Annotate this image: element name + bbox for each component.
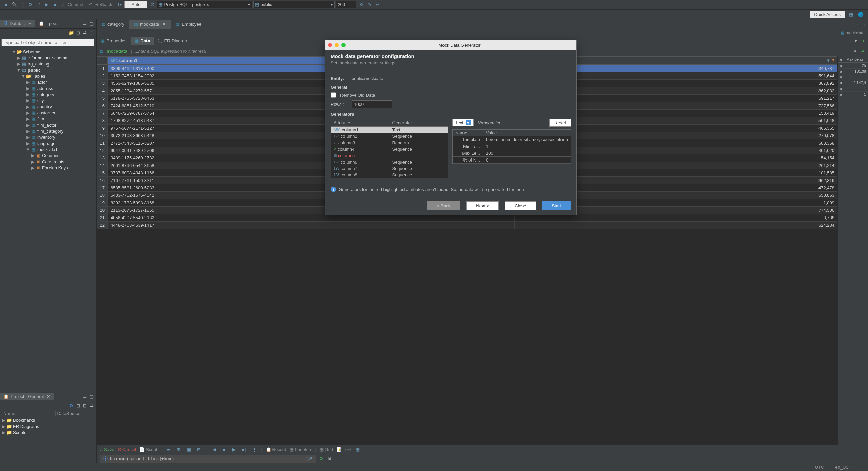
schema-selector[interactable]: ▤ public ▾ [253,1,335,8]
tab-database-navigator[interactable]: 🗄 Datab... ✕ [0,20,35,27]
globe-icon[interactable]: 🌐 [857,11,864,18]
generators-table[interactable]: Attribute Generator ABC column1Text123 c… [331,119,448,178]
project-item[interactable]: ▶📁ER Diagrams [0,423,96,429]
gear-icon[interactable]: ⚙ [68,403,74,409]
tx-mode-icon[interactable]: T▾ [116,1,123,8]
generator-properties-table[interactable]: Name Value TemplateLorem ipsum dolor sit… [452,129,571,164]
tree-node-tables[interactable]: ▼📂Tables [0,73,96,79]
collapse-icon[interactable]: ⊟ [75,403,81,409]
connection-selector[interactable]: ▦ PostgreSQL - postgres ▾ [157,1,252,8]
tree-node-fks[interactable]: ▶▣Foreign Keys [0,165,96,171]
stop-icon[interactable]: ■ [52,1,58,8]
menu-icon[interactable]: ▾ [853,38,859,44]
dialog-titlebar[interactable]: Mock Data Generator [325,40,576,50]
reset-button[interactable]: Reset [549,119,571,127]
tree-node-table[interactable]: ▶▦customer [0,110,96,116]
back-button[interactable]: < Back [427,201,460,210]
nav-fwd-icon[interactable]: ➔ [860,49,865,54]
tree-node-columns[interactable]: ▶▣Columns [0,152,96,158]
options-icon[interactable]: ⋮ [251,446,258,453]
maximize-icon[interactable]: ▢ [860,21,865,27]
arrow-icon[interactable]: ↗ [35,1,42,8]
tree-filter-input[interactable] [1,39,94,46]
record-button[interactable]: 📋 Record [266,447,287,452]
quick-access-button[interactable]: Quick Access [810,11,845,18]
row-limit-input[interactable] [336,1,356,8]
project-item[interactable]: ▶📁Bookmarks [0,417,96,423]
project-item[interactable]: ▶📁Scripts [0,429,96,435]
dup-row-icon[interactable]: ▣ [185,446,192,453]
play-icon[interactable]: ▶ [43,1,50,8]
text-view-button[interactable]: 📝 Text [336,447,351,452]
forward-icon[interactable]: ➔ [860,38,865,44]
tree-node-table[interactable]: ▶▦city [0,97,96,103]
first-icon[interactable]: |◀ [210,446,217,453]
save-button[interactable]: ✓ Save [99,447,114,452]
tab-project-general[interactable]: 📋 Project - General ✕ [0,393,54,400]
window-minimize-icon[interactable] [335,43,339,47]
window-close-icon[interactable] [328,43,332,47]
subtab-data[interactable]: ▦Data [131,37,154,45]
tree-node-public[interactable]: ▼▤public [0,67,96,73]
tree-node-table[interactable]: ▶▦film [0,116,96,122]
tree-node-table[interactable]: ▶▦address [0,85,96,91]
generator-type-dropdown[interactable]: Text▾ [452,119,474,126]
minimize-icon[interactable]: ▭ [82,394,87,399]
rows-input[interactable] [352,100,392,108]
extra-view-icon[interactable]: ▦ [354,446,361,453]
generator-row[interactable]: ✓ column4Sequence [331,146,448,152]
close-button[interactable]: Close [505,201,536,210]
property-row[interactable]: Max Le...100 [453,150,571,157]
next-button[interactable]: Next > [466,201,499,210]
close-icon[interactable]: ✕ [28,21,32,26]
generator-row[interactable]: 123 column6Sequence [331,159,448,165]
prev-icon[interactable]: ◀ [220,446,227,453]
property-row[interactable]: TemplateLorem ipsum dolor sit amet, cons… [453,136,571,143]
export-icon[interactable]: ⬚↗ [304,456,312,461]
editor-tab-category[interactable]: ▦category [97,20,129,29]
tree-node-info-schema[interactable]: ▶▦information_schema [0,55,96,61]
minimize-icon[interactable]: ▭ [853,21,859,27]
subtab-er[interactable]: ⛶ER Diagram [154,37,192,45]
tree-node-table[interactable]: ▶▦inventory [0,134,96,140]
sync-icon[interactable]: ⟲ [358,1,364,8]
plug-icon[interactable]: 🔌 [11,1,18,8]
filter-hint[interactable]: Enter a SQL expression to filter resu [135,49,206,54]
clock-icon[interactable]: ⏱ [149,1,156,8]
rollback-icon[interactable]: ↶ [87,1,94,8]
refresh-icon[interactable]: ⟳ [320,456,323,461]
tree-node-table[interactable]: ▶▦language [0,140,96,146]
add-icon[interactable]: ⊞ [82,403,87,409]
close-icon[interactable]: ✕ [162,22,166,27]
auto-commit-button[interactable]: Auto [124,1,148,8]
cancel-button[interactable]: ✕ Cancel [118,447,136,452]
tree-node-pg-catalog[interactable]: ▶▦pg_catalog [0,61,96,67]
tab-project[interactable]: 📋 Прое... [35,20,63,27]
tree-node-schemas[interactable]: ▼📂Schemas [0,49,96,55]
table-row[interactable]: 224448-2753-4639-1417524,284 [97,222,837,229]
add-row-icon[interactable]: ⊞ [175,446,182,453]
sql-icon[interactable]: ⬚ [19,1,26,8]
undo-icon[interactable]: ↩ [374,1,381,8]
grid-view-button[interactable]: ▦ Grid [320,447,333,452]
folder-icon[interactable]: 📁 [68,30,74,36]
editor-tab-mockdata[interactable]: ▦mockdata✕ [129,20,171,29]
start-button[interactable]: Start [542,201,571,210]
link-icon[interactable]: ⇄ [82,30,87,36]
commit-icon[interactable]: ✓ [60,1,66,8]
generator-row[interactable]: 123 column7Sequence [331,165,448,172]
del-row-icon[interactable]: ⊟ [196,446,202,453]
nav-back-icon[interactable]: ▾ [852,49,858,54]
link-icon[interactable]: ⇄ [89,403,94,409]
minimize-icon[interactable]: ▭ [82,21,87,26]
last-icon[interactable]: ▶| [241,446,248,453]
tree-node-table[interactable]: ▶▦film_category [0,128,96,134]
tree-node-table[interactable]: ▶▦actor [0,79,96,85]
panels-button[interactable]: ▦ Panels ▾ [290,447,312,452]
maximize-icon[interactable]: ▢ [89,394,94,399]
tree-node-constraints[interactable]: ▶▣Constraints [0,158,96,165]
db-connect-icon[interactable]: ◆ [3,1,9,8]
editor-tab-employee[interactable]: ▦Employee [171,20,206,29]
remove-old-data-checkbox[interactable] [331,92,336,98]
next-icon[interactable]: ▶ [231,446,237,453]
